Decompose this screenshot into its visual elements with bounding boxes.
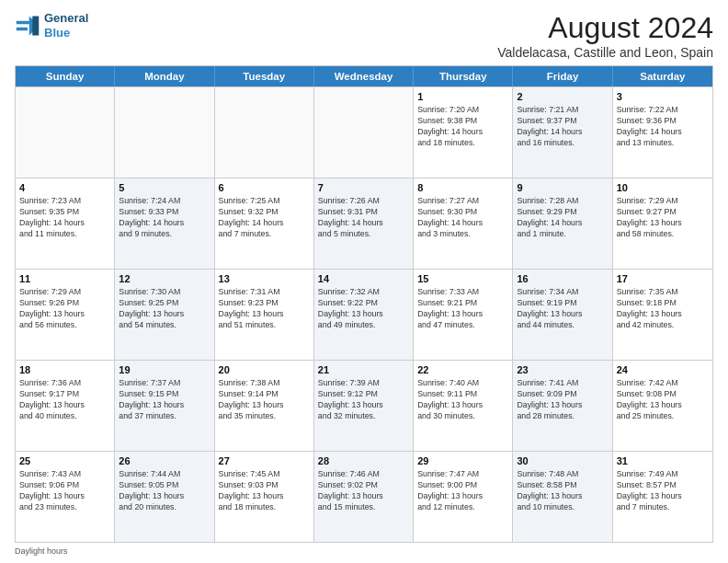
calendar-cell: 19Sunrise: 7:37 AM Sunset: 9:15 PM Dayli… xyxy=(115,361,214,451)
day-number: 21 xyxy=(318,363,409,377)
calendar-row: 11Sunrise: 7:29 AM Sunset: 9:26 PM Dayli… xyxy=(16,269,712,360)
calendar-cell: 14Sunrise: 7:32 AM Sunset: 9:22 PM Dayli… xyxy=(314,270,414,360)
day-info: Sunrise: 7:31 AM Sunset: 9:23 PM Dayligh… xyxy=(219,287,310,331)
calendar-cell: 1Sunrise: 7:20 AM Sunset: 9:38 PM Daylig… xyxy=(414,87,513,178)
svg-rect-3 xyxy=(17,20,31,24)
calendar-cell: 5Sunrise: 7:24 AM Sunset: 9:33 PM Daylig… xyxy=(115,178,214,269)
day-number: 28 xyxy=(318,454,409,468)
calendar-cell: 15Sunrise: 7:33 AM Sunset: 9:21 PM Dayli… xyxy=(414,270,513,360)
day-number: 11 xyxy=(19,272,110,286)
footer-text: Daylight hours xyxy=(15,546,68,556)
day-number: 9 xyxy=(517,181,608,195)
day-number: 1 xyxy=(417,90,508,104)
calendar-cell: 12Sunrise: 7:30 AM Sunset: 9:25 PM Dayli… xyxy=(115,270,214,360)
day-number: 26 xyxy=(119,454,210,468)
day-number: 19 xyxy=(119,363,210,377)
day-info: Sunrise: 7:37 AM Sunset: 9:15 PM Dayligh… xyxy=(119,378,210,422)
logo: General Blue xyxy=(15,11,88,40)
day-info: Sunrise: 7:24 AM Sunset: 9:33 PM Dayligh… xyxy=(119,196,210,240)
calendar-cell: 25Sunrise: 7:43 AM Sunset: 9:06 PM Dayli… xyxy=(16,452,115,542)
calendar-cell: 27Sunrise: 7:45 AM Sunset: 9:03 PM Dayli… xyxy=(215,452,314,542)
day-info: Sunrise: 7:43 AM Sunset: 9:06 PM Dayligh… xyxy=(19,469,110,513)
calendar-header-cell: Wednesday xyxy=(314,66,414,86)
day-number: 30 xyxy=(517,454,608,468)
calendar-cell: 23Sunrise: 7:41 AM Sunset: 9:09 PM Dayli… xyxy=(513,361,612,451)
page: General Blue August 2024 Valdelacasa, Ca… xyxy=(0,0,728,563)
day-number: 13 xyxy=(219,272,310,286)
calendar-header-cell: Thursday xyxy=(414,66,513,86)
calendar-cell: 3Sunrise: 7:22 AM Sunset: 9:36 PM Daylig… xyxy=(613,87,712,178)
calendar-cell: 31Sunrise: 7:49 AM Sunset: 8:57 PM Dayli… xyxy=(613,452,712,542)
day-info: Sunrise: 7:39 AM Sunset: 9:12 PM Dayligh… xyxy=(318,378,409,422)
day-info: Sunrise: 7:33 AM Sunset: 9:21 PM Dayligh… xyxy=(417,287,508,331)
calendar-row: 18Sunrise: 7:36 AM Sunset: 9:17 PM Dayli… xyxy=(16,360,712,451)
day-number: 20 xyxy=(219,363,310,377)
subtitle: Valdelacasa, Castille and Leon, Spain xyxy=(497,45,713,60)
logo-text: General Blue xyxy=(44,11,88,40)
day-info: Sunrise: 7:34 AM Sunset: 9:19 PM Dayligh… xyxy=(517,287,608,331)
day-number: 7 xyxy=(318,181,409,195)
calendar-cell: 18Sunrise: 7:36 AM Sunset: 9:17 PM Dayli… xyxy=(16,361,115,451)
calendar-cell: 28Sunrise: 7:46 AM Sunset: 9:02 PM Dayli… xyxy=(314,452,414,542)
logo-icon xyxy=(15,13,40,39)
day-info: Sunrise: 7:35 AM Sunset: 9:18 PM Dayligh… xyxy=(617,287,709,331)
calendar-row: 4Sunrise: 7:23 AM Sunset: 9:35 PM Daylig… xyxy=(16,178,712,269)
day-info: Sunrise: 7:25 AM Sunset: 9:32 PM Dayligh… xyxy=(219,196,310,240)
logo-line1: General xyxy=(44,11,88,26)
day-info: Sunrise: 7:22 AM Sunset: 9:36 PM Dayligh… xyxy=(617,105,709,149)
calendar-header-cell: Friday xyxy=(513,66,612,86)
calendar-cell: 24Sunrise: 7:42 AM Sunset: 9:08 PM Dayli… xyxy=(613,361,712,451)
day-info: Sunrise: 7:49 AM Sunset: 8:57 PM Dayligh… xyxy=(617,469,709,513)
calendar-cell: 20Sunrise: 7:38 AM Sunset: 9:14 PM Dayli… xyxy=(215,361,314,451)
day-number: 4 xyxy=(19,181,110,195)
calendar-body: 1Sunrise: 7:20 AM Sunset: 9:38 PM Daylig… xyxy=(16,86,712,542)
calendar-cell xyxy=(215,87,314,178)
day-info: Sunrise: 7:48 AM Sunset: 8:58 PM Dayligh… xyxy=(517,469,608,513)
day-number: 23 xyxy=(517,363,608,377)
day-info: Sunrise: 7:26 AM Sunset: 9:31 PM Dayligh… xyxy=(318,196,409,240)
day-number: 22 xyxy=(417,363,508,377)
day-info: Sunrise: 7:28 AM Sunset: 9:29 PM Dayligh… xyxy=(517,196,608,240)
svg-marker-2 xyxy=(32,16,39,35)
calendar-cell: 9Sunrise: 7:28 AM Sunset: 9:29 PM Daylig… xyxy=(513,178,612,269)
svg-rect-4 xyxy=(17,27,28,30)
day-number: 31 xyxy=(617,454,709,468)
calendar-cell xyxy=(314,87,414,178)
day-number: 24 xyxy=(617,363,709,377)
calendar-cell: 7Sunrise: 7:26 AM Sunset: 9:31 PM Daylig… xyxy=(314,178,414,269)
day-number: 18 xyxy=(19,363,110,377)
day-info: Sunrise: 7:32 AM Sunset: 9:22 PM Dayligh… xyxy=(318,287,409,331)
day-info: Sunrise: 7:45 AM Sunset: 9:03 PM Dayligh… xyxy=(219,469,310,513)
header: General Blue August 2024 Valdelacasa, Ca… xyxy=(15,11,713,60)
day-info: Sunrise: 7:20 AM Sunset: 9:38 PM Dayligh… xyxy=(417,105,508,149)
calendar-cell: 26Sunrise: 7:44 AM Sunset: 9:05 PM Dayli… xyxy=(115,452,214,542)
day-number: 17 xyxy=(617,272,709,286)
day-info: Sunrise: 7:42 AM Sunset: 9:08 PM Dayligh… xyxy=(617,378,709,422)
day-info: Sunrise: 7:29 AM Sunset: 9:26 PM Dayligh… xyxy=(19,287,110,331)
calendar-header-cell: Saturday xyxy=(613,66,712,86)
calendar-cell: 17Sunrise: 7:35 AM Sunset: 9:18 PM Dayli… xyxy=(613,270,712,360)
calendar-header-cell: Sunday xyxy=(16,66,115,86)
title-area: August 2024 Valdelacasa, Castille and Le… xyxy=(497,11,713,60)
calendar-row: 25Sunrise: 7:43 AM Sunset: 9:06 PM Dayli… xyxy=(16,451,712,542)
day-info: Sunrise: 7:36 AM Sunset: 9:17 PM Dayligh… xyxy=(19,378,110,422)
day-info: Sunrise: 7:30 AM Sunset: 9:25 PM Dayligh… xyxy=(119,287,210,331)
day-info: Sunrise: 7:47 AM Sunset: 9:00 PM Dayligh… xyxy=(417,469,508,513)
calendar-cell: 8Sunrise: 7:27 AM Sunset: 9:30 PM Daylig… xyxy=(414,178,513,269)
day-number: 14 xyxy=(318,272,409,286)
month-title: August 2024 xyxy=(497,11,713,45)
calendar-header: SundayMondayTuesdayWednesdayThursdayFrid… xyxy=(16,66,712,86)
calendar-cell: 10Sunrise: 7:29 AM Sunset: 9:27 PM Dayli… xyxy=(613,178,712,269)
calendar-cell: 29Sunrise: 7:47 AM Sunset: 9:00 PM Dayli… xyxy=(414,452,513,542)
day-info: Sunrise: 7:38 AM Sunset: 9:14 PM Dayligh… xyxy=(219,378,310,422)
calendar-cell: 13Sunrise: 7:31 AM Sunset: 9:23 PM Dayli… xyxy=(215,270,314,360)
day-info: Sunrise: 7:27 AM Sunset: 9:30 PM Dayligh… xyxy=(417,196,508,240)
day-number: 16 xyxy=(517,272,608,286)
day-info: Sunrise: 7:23 AM Sunset: 9:35 PM Dayligh… xyxy=(19,196,110,240)
calendar-cell: 6Sunrise: 7:25 AM Sunset: 9:32 PM Daylig… xyxy=(215,178,314,269)
day-number: 25 xyxy=(19,454,110,468)
day-info: Sunrise: 7:46 AM Sunset: 9:02 PM Dayligh… xyxy=(318,469,409,513)
day-number: 12 xyxy=(119,272,210,286)
calendar-cell: 2Sunrise: 7:21 AM Sunset: 9:37 PM Daylig… xyxy=(513,87,612,178)
calendar-cell xyxy=(16,87,115,178)
